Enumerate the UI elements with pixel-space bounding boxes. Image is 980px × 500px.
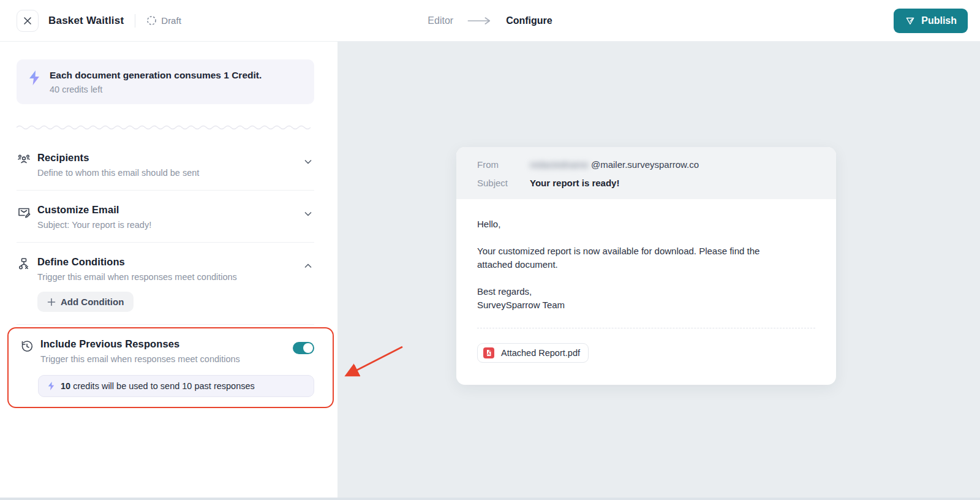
include-previous-responses-toggle[interactable] (293, 342, 314, 354)
add-condition-button[interactable]: Add Condition (37, 292, 134, 312)
tab-editor[interactable]: Editor (428, 15, 453, 26)
email-preview-card: From redactedname@mailer.surveysparrow.c… (456, 147, 836, 385)
top-bar: Basket Waitlist Draft Editor Configure P… (0, 0, 980, 42)
email-signoff-line2: SurveySparrow Team (477, 298, 815, 312)
section-customize-email[interactable]: Customize Email Subject: Your report is … (17, 191, 314, 243)
section-define-conditions[interactable]: Define Conditions Trigger this email whe… (17, 243, 314, 325)
topbar-divider (135, 14, 135, 28)
email-greeting: Hello, (477, 218, 815, 231)
section-subtitle: Trigger this email when responses meet c… (40, 354, 293, 364)
plus-icon (47, 298, 56, 306)
from-domain-value: @mailer.surveysparrow.co (591, 159, 699, 170)
email-signoff-line1: Best regards, (477, 285, 815, 298)
credit-banner: Each document generation consumes 1 Cred… (17, 59, 314, 104)
credit-banner-subtitle: 40 credits left (50, 85, 262, 94)
add-condition-label: Add Condition (61, 297, 124, 307)
define-conditions-icon (17, 257, 31, 271)
toggle-knob (303, 343, 313, 353)
section-include-previous-responses[interactable]: Include Previous Responses Trigger this … (20, 338, 323, 364)
chevron-down-icon[interactable] (303, 157, 313, 167)
breadcrumb: Editor Configure (428, 0, 552, 42)
credit-usage-text: credits will be used to send 10 past res… (70, 381, 255, 391)
draft-dashed-circle-icon (146, 15, 157, 26)
survey-title: Basket Waitlist (48, 15, 124, 27)
bolt-icon (47, 381, 55, 391)
credit-usage-count: 10 (61, 381, 70, 391)
section-title: Customize Email (37, 204, 303, 216)
section-title: Recipients (37, 152, 303, 164)
pdf-file-icon (483, 347, 495, 359)
bolt-icon (28, 70, 41, 86)
close-icon (23, 17, 32, 25)
status-label: Draft (161, 15, 181, 26)
email-subject-row: Subject Your report is ready! (477, 178, 815, 188)
from-label: From (477, 159, 530, 170)
preview-pane: From redactedname@mailer.surveysparrow.c… (337, 42, 980, 500)
window-bottom-edge (0, 498, 980, 500)
recipients-icon (17, 153, 31, 167)
publish-button[interactable]: Publish (894, 9, 968, 33)
credit-usage-note: 10 credits will be used to send 10 past … (38, 375, 314, 397)
section-title: Include Previous Responses (40, 338, 293, 350)
wavy-divider (17, 124, 314, 130)
breadcrumb-arrow-icon (467, 17, 492, 25)
section-title: Define Conditions (37, 256, 303, 268)
subject-value: Your report is ready! (530, 178, 619, 188)
chevron-down-icon[interactable] (303, 209, 313, 219)
annotation-arrow-icon (337, 342, 414, 386)
from-redacted-value: redactedname (530, 159, 589, 170)
chevron-up-icon[interactable] (303, 261, 313, 271)
email-from-row: From redactedname@mailer.surveysparrow.c… (477, 159, 815, 170)
tab-configure[interactable]: Configure (506, 15, 552, 26)
annotation-highlight-box: Include Previous Responses Trigger this … (7, 327, 334, 408)
subject-label: Subject (477, 178, 530, 188)
history-icon (20, 339, 34, 354)
attachment-name: Attached Report.pdf (501, 346, 580, 360)
email-body: Hello, Your customized report is now ava… (456, 199, 836, 385)
email-paragraph: Your customized report is now available … (477, 244, 783, 271)
attachment-divider (477, 328, 815, 328)
customize-email-icon (17, 205, 31, 219)
credit-banner-title: Each document generation consumes 1 Cred… (50, 70, 262, 81)
configure-sidebar: Each document generation consumes 1 Cred… (0, 42, 337, 500)
close-button[interactable] (17, 10, 39, 32)
status-badge: Draft (146, 15, 181, 26)
section-subtitle: Define to whom this email should be sent (37, 168, 303, 178)
section-subtitle: Trigger this email when responses meet c… (37, 272, 303, 282)
attachment-chip[interactable]: Attached Report.pdf (477, 343, 589, 363)
publish-label: Publish (921, 15, 957, 26)
section-recipients[interactable]: Recipients Define to whom this email sho… (17, 138, 314, 191)
email-header: From redactedname@mailer.surveysparrow.c… (456, 147, 836, 199)
publish-send-icon (905, 15, 916, 26)
section-subtitle: Subject: Your report is ready! (37, 220, 303, 230)
